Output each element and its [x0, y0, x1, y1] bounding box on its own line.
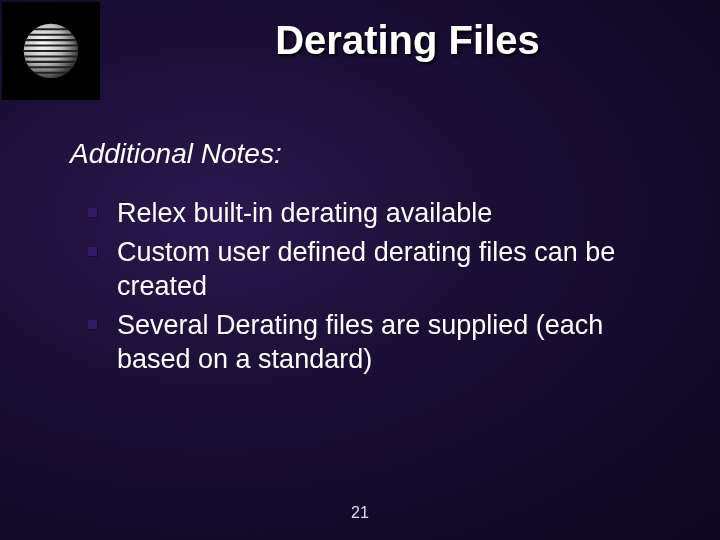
bullet-list: Relex built-in derating available Custom… — [88, 196, 670, 381]
sphere-icon — [17, 17, 85, 85]
list-item: Several Derating files are supplied (eac… — [88, 308, 670, 377]
bullet-icon — [88, 320, 97, 329]
bullet-icon — [88, 208, 97, 217]
slide-title: Derating Files — [125, 18, 690, 63]
bullet-text: Several Derating files are supplied (eac… — [117, 308, 670, 377]
bullet-text: Custom user defined derating files can b… — [117, 235, 670, 304]
list-item: Relex built-in derating available — [88, 196, 670, 231]
list-item: Custom user defined derating files can b… — [88, 235, 670, 304]
logo — [2, 2, 100, 100]
bullet-icon — [88, 247, 97, 256]
page-number: 21 — [0, 504, 720, 522]
bullet-text: Relex built-in derating available — [117, 196, 492, 231]
slide-subtitle: Additional Notes: — [70, 138, 282, 170]
